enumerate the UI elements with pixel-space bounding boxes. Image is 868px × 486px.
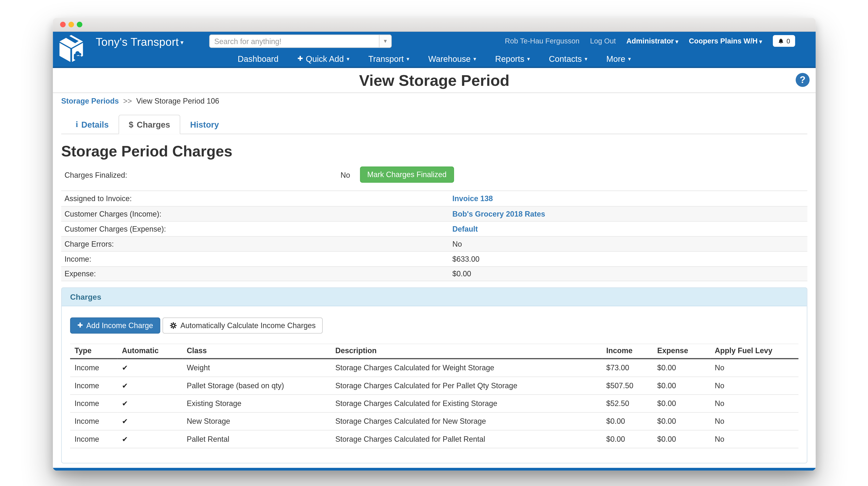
menu-item-reports[interactable]: Reports ▾ <box>495 54 530 63</box>
table-row: Income ✔ Existing Storage Storage Charge… <box>70 395 799 412</box>
charges-panel-header: Charges <box>62 288 807 306</box>
stage: Tony's Transport▾ ▼ Rob Te-Hau Fergusson… <box>0 0 868 486</box>
cell-class: Pallet Storage (based on qty) <box>182 377 331 395</box>
charges-finalized-label: Charges Finalized: <box>64 171 127 179</box>
cell-fuel-levy: No <box>710 430 798 448</box>
detail-row: Customer Charges (Expense): Default <box>61 221 807 236</box>
detail-link-default[interactable]: Default <box>452 225 478 233</box>
menu-item-warehouse[interactable]: Warehouse ▾ <box>428 54 476 63</box>
detail-label: Assigned to Invoice: <box>64 195 452 203</box>
menu-item-more[interactable]: More ▾ <box>606 54 631 63</box>
cell-expense: $0.00 <box>653 412 710 430</box>
check-icon: ✔ <box>122 417 128 425</box>
detail-row: Expense: $0.00 <box>61 266 807 281</box>
cell-fuel-levy: No <box>710 359 798 377</box>
cell-type: Income <box>70 377 118 395</box>
role-dropdown[interactable]: Administrator▾ <box>626 37 678 45</box>
help-button question-icon[interactable]: ? <box>796 73 810 87</box>
cell-income: $0.00 <box>602 412 653 430</box>
details-list: Assigned to Invoice: Invoice 138 Custome… <box>61 191 807 281</box>
detail-link-bob-s-grocery-2018-rates[interactable]: Bob's Grocery 2018 Rates <box>452 210 545 218</box>
menu-item-dashboard[interactable]: Dashboard <box>238 54 279 63</box>
charges-finalized-value: No <box>341 171 350 179</box>
detail-label: Charge Errors: <box>64 240 452 248</box>
cell-description: Storage Charges Calculated for Existing … <box>331 395 602 412</box>
mark-charges-finalized-button[interactable]: Mark Charges Finalized <box>360 167 454 182</box>
page-title: View Storage Period <box>53 68 816 93</box>
footer-bar <box>53 468 816 470</box>
zoom-button[interactable] <box>77 22 83 27</box>
tab-charges[interactable]: $ Charges <box>119 115 180 134</box>
cell-fuel-levy: No <box>710 412 798 430</box>
cell-description: Storage Charges Calculated for Per Palle… <box>331 377 602 395</box>
check-icon: ✔ <box>122 381 128 390</box>
detail-link-invoice-138[interactable]: Invoice 138 <box>452 195 493 203</box>
cell-automatic: ✔ <box>118 395 182 412</box>
detail-label: Expense: <box>64 269 452 278</box>
brand-menu[interactable]: Tony's Transport▾ <box>96 36 184 49</box>
chevron-down-icon: ▾ <box>406 55 409 61</box>
global-search: ▼ <box>209 34 392 48</box>
col-header-income: Income <box>602 344 653 359</box>
tab-bar: i Details $ Charges History <box>61 115 807 134</box>
add-income-charge-button[interactable]: ✚ Add Income Charge <box>70 317 160 334</box>
col-header-type: Type <box>70 344 118 359</box>
plus-icon: ✚ <box>78 318 83 333</box>
col-header-apply-fuel-levy: Apply Fuel Levy <box>710 344 798 359</box>
menu-item-quick-add[interactable]: ✚ Quick Add ▾ <box>297 54 349 63</box>
dollar-icon: $ <box>129 120 133 129</box>
chevron-down-icon: ▾ <box>759 38 762 45</box>
cell-income: $73.00 <box>602 359 653 377</box>
detail-label: Income: <box>64 255 452 263</box>
chevron-down-icon: ▾ <box>527 55 530 61</box>
search-input[interactable] <box>210 35 379 48</box>
top-navbar: Tony's Transport▾ ▼ Rob Te-Hau Fergusson… <box>53 32 816 68</box>
search-scope-dropdown[interactable]: ▼ <box>379 35 391 48</box>
table-row: Income ✔ New Storage Storage Charges Cal… <box>70 412 799 430</box>
chevron-down-icon: ▾ <box>181 39 184 46</box>
page-header: View Storage Period ? <box>53 68 816 93</box>
auto-calculate-income-charges-button[interactable]: Automatically Calculate Income Charges <box>162 317 323 334</box>
cell-automatic: ✔ <box>118 377 182 395</box>
gear-icon <box>170 322 177 329</box>
menu-item-contacts[interactable]: Contacts ▾ <box>549 54 587 63</box>
breadcrumb-current: View Storage Period 106 <box>136 97 219 105</box>
cell-expense: $0.00 <box>653 395 710 412</box>
notification-count: 0 <box>786 37 790 44</box>
chevron-down-icon: ▾ <box>628 55 631 61</box>
cell-income: $507.50 <box>602 377 653 395</box>
cell-automatic: ✔ <box>118 412 182 430</box>
check-icon: ✔ <box>122 435 128 444</box>
user-name-link[interactable]: Rob Te-Hau Fergusson <box>505 37 580 45</box>
menu-item-transport[interactable]: Transport ▾ <box>368 54 409 63</box>
table-row: Income ✔ Pallet Storage (based on qty) S… <box>70 377 799 395</box>
user-strip: Rob Te-Hau Fergusson Log Out Administrat… <box>505 35 795 47</box>
cell-class: Pallet Rental <box>182 430 331 448</box>
cell-income: $0.00 <box>602 430 653 448</box>
close-button[interactable] <box>60 22 66 27</box>
check-icon: ✔ <box>122 399 128 408</box>
chevron-down-icon: ▾ <box>473 55 476 61</box>
notifications-button[interactable]: 0 <box>773 35 795 47</box>
charges-panel-body: ✚ Add Income Charge <box>62 306 807 463</box>
chevron-down-icon: ▾ <box>585 55 587 61</box>
detail-row: Customer Charges (Income): Bob's Grocery… <box>61 206 807 221</box>
cell-expense: $0.00 <box>653 430 710 448</box>
detail-row: Charge Errors: No <box>61 236 807 251</box>
warehouse-dropdown[interactable]: Coopers Plains W/H▾ <box>689 37 762 45</box>
breadcrumb: Storage Periods >> View Storage Period 1… <box>61 97 807 105</box>
detail-row: Income: $633.00 <box>61 251 807 266</box>
info-icon: i <box>76 120 78 129</box>
detail-value: $0.00 <box>452 269 471 278</box>
chevron-down-icon: ▾ <box>675 38 678 45</box>
col-header-description: Description <box>331 344 602 359</box>
breadcrumb-storage-periods-link[interactable]: Storage Periods <box>61 97 119 105</box>
cell-expense: $0.00 <box>653 359 710 377</box>
minimize-button[interactable] <box>68 22 74 27</box>
cell-class: Weight <box>182 359 331 377</box>
tab-details[interactable]: i Details <box>66 115 119 134</box>
cell-fuel-levy: No <box>710 377 798 395</box>
tab-history[interactable]: History <box>180 115 229 134</box>
cell-type: Income <box>70 359 118 377</box>
log-out-link[interactable]: Log Out <box>590 37 616 45</box>
